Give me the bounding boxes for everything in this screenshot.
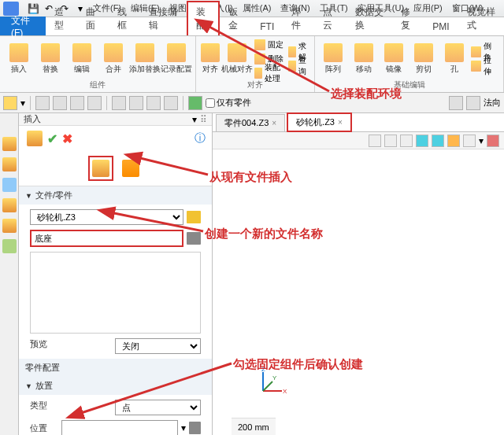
strip-icon-4[interactable]: [2, 198, 17, 212]
tb-icon-3[interactable]: [53, 96, 67, 110]
insert-new-button[interactable]: [118, 156, 143, 181]
btn-move[interactable]: 移动: [350, 38, 376, 79]
btn-edit[interactable]: 编辑: [68, 38, 96, 79]
btn-mirror[interactable]: 镜像: [380, 38, 407, 79]
place-section-header[interactable]: ▼ 放置: [19, 377, 212, 395]
insert-mode-buttons: [19, 151, 212, 186]
tab-visual[interactable]: 视觉样式: [458, 2, 504, 35]
tab-exchange[interactable]: 数据交换: [346, 2, 392, 35]
tab-model[interactable]: 造型: [46, 2, 77, 35]
btn-addrep[interactable]: 添加替换: [131, 38, 159, 79]
folder-icon[interactable]: [187, 211, 201, 223]
doc-tab-2[interactable]: 砂轮机.Z3×: [287, 112, 352, 132]
btn-replace[interactable]: 替换: [36, 38, 65, 79]
ribbon-tabs: 文件(F) 造型 曲面 线框 直接编辑 装配 钣金 FTI 焊件 点云 数据交换…: [0, 17, 504, 36]
pos-dropdown-icon[interactable]: ▾: [181, 422, 186, 433]
strip-icon-2[interactable]: [2, 157, 17, 171]
info-icon[interactable]: ⓘ: [195, 131, 206, 146]
ct-icon-6[interactable]: [447, 135, 460, 147]
tb-icon-2[interactable]: [35, 96, 50, 110]
btn-query[interactable]: 查询: [288, 59, 309, 72]
btn-insert[interactable]: 插入: [5, 38, 33, 79]
tb-icon-9[interactable]: [164, 96, 178, 110]
tb-icon-8[interactable]: [146, 96, 161, 110]
cancel-icon[interactable]: ✖: [62, 131, 72, 146]
btn-array[interactable]: 阵列: [320, 38, 346, 79]
tab-pmi[interactable]: PMI: [424, 17, 458, 35]
pos-input[interactable]: [61, 420, 178, 435]
action-icon[interactable]: [27, 131, 43, 146]
ct-icon-3[interactable]: [400, 135, 413, 147]
tab-sheet[interactable]: 钣金: [220, 2, 251, 35]
preview-select[interactable]: 关闭: [115, 338, 202, 354]
ct-icon-8[interactable]: [487, 135, 499, 147]
qat-save-icon[interactable]: 💾: [26, 2, 40, 15]
tb-icon-4[interactable]: [70, 96, 84, 110]
svg-text:X: X: [283, 388, 287, 395]
tab-wire[interactable]: 线框: [109, 2, 140, 35]
left-strip: [0, 113, 19, 435]
axis-gizmo[interactable]: Z X Y: [255, 367, 287, 399]
doc-tab-1[interactable]: 零件004.Z3×: [216, 114, 285, 131]
btn-reccfg[interactable]: 记录配置: [162, 38, 191, 79]
tb-icon-1[interactable]: [3, 96, 17, 110]
close-icon[interactable]: ×: [338, 118, 343, 127]
btn-mechalign[interactable]: 机械对齐: [223, 38, 251, 79]
config-section-header[interactable]: 零件配置: [19, 359, 212, 377]
only-parts-check[interactable]: 仅有零件: [206, 97, 251, 109]
type-select[interactable]: 点: [115, 400, 202, 415]
tb-icon-6[interactable]: [112, 96, 126, 110]
file-list[interactable]: [30, 252, 201, 334]
close-icon[interactable]: ×: [272, 119, 276, 127]
ct-dropdown-icon[interactable]: ▾: [479, 135, 484, 146]
strip-icon-5[interactable]: [2, 219, 17, 233]
btn-cut[interactable]: 剪切: [410, 38, 437, 79]
svg-line-4: [263, 382, 272, 391]
tb-refresh-icon[interactable]: [188, 96, 202, 110]
tb-dropdown-1[interactable]: ▾: [20, 98, 25, 109]
file-section-header[interactable]: ▼ 文件/零件: [19, 186, 212, 205]
tab-repair[interactable]: 修复: [392, 2, 424, 35]
group-label-align: 对齐: [201, 79, 309, 90]
btn-merge[interactable]: 合并: [99, 38, 128, 79]
tab-direct[interactable]: 直接编辑: [140, 2, 186, 35]
tb-icon-5[interactable]: [87, 96, 102, 110]
tab-weld[interactable]: 焊件: [283, 2, 314, 35]
tb-icon-r2[interactable]: [466, 96, 480, 110]
ct-icon-4[interactable]: [416, 135, 428, 147]
tb-icon-7[interactable]: [129, 96, 143, 110]
ct-icon-5[interactable]: [432, 135, 444, 147]
tab-fti[interactable]: FTI: [251, 17, 283, 35]
ct-icon-2[interactable]: [384, 135, 397, 147]
status-bar: 200 mm: [232, 418, 276, 435]
btn-align[interactable]: 对齐: [201, 38, 220, 79]
tab-surface[interactable]: 曲面: [77, 2, 109, 35]
tb-icon-r1[interactable]: [449, 96, 463, 110]
name-input[interactable]: [30, 230, 183, 247]
insert-from-file-button[interactable]: [88, 156, 113, 181]
chevron-down-icon: ▼: [25, 382, 32, 390]
btn-stretch[interactable]: 拉伸: [471, 59, 498, 72]
svg-text:Y: Y: [272, 374, 277, 382]
strip-icon-1[interactable]: [2, 137, 17, 151]
doc-tabs: 零件004.Z3× 砂轮机.Z3×: [213, 113, 504, 132]
pick-icon[interactable]: [187, 232, 201, 245]
btn-asmproc[interactable]: 装配处理: [254, 66, 285, 79]
canvas-view[interactable]: Z X Y 200 mm: [213, 149, 504, 435]
ribbon-group-edit: 阵列 移动 镜像 剪切 孔 倒角 拉伸 基础编辑: [315, 36, 504, 92]
tab-assembly[interactable]: 装配: [187, 1, 220, 35]
file-tab[interactable]: 文件(F): [0, 17, 46, 35]
strip-icon-6[interactable]: [2, 239, 17, 253]
panel-grip-icon[interactable]: ⠿: [200, 114, 207, 125]
ct-icon-7[interactable]: [463, 135, 476, 147]
strip-icon-3[interactable]: [2, 178, 17, 192]
ct-icon-1[interactable]: [369, 135, 381, 147]
confirm-icon[interactable]: ✔: [47, 131, 57, 146]
status-measure: 200 mm: [238, 422, 269, 432]
btn-fix[interactable]: 固定: [254, 38, 285, 51]
pos-pick-icon[interactable]: [189, 422, 201, 434]
file-select[interactable]: 砂轮机.Z3: [30, 209, 183, 225]
panel-dropdown-icon[interactable]: ▾: [192, 114, 197, 125]
btn-hole[interactable]: 孔: [440, 38, 467, 79]
tab-cloud[interactable]: 点云: [314, 2, 346, 35]
